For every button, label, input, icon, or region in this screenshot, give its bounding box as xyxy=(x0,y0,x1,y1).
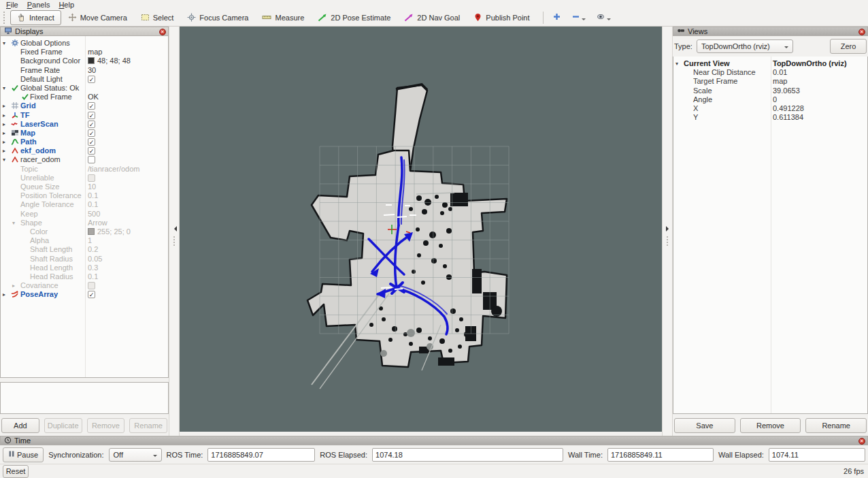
expander-closed-icon[interactable]: ▸ xyxy=(3,120,5,129)
views-close-icon[interactable]: ✕ xyxy=(858,29,865,35)
dropdown-arrow-icon[interactable] xyxy=(582,18,586,22)
tree-row[interactable]: Color255; 25; 0 xyxy=(1,227,168,236)
tree-row[interactable]: ▸LaserScan✓ xyxy=(1,120,168,129)
remove-button[interactable]: Remove xyxy=(740,418,801,433)
collapse-left-arrow-icon[interactable] xyxy=(171,226,177,232)
expander-closed-icon[interactable]: ▸ xyxy=(3,101,5,110)
tree-row[interactable]: Shaft Radius0.05 xyxy=(1,255,168,264)
3d-viewport[interactable] xyxy=(180,27,662,432)
expander-open-icon[interactable]: ▾ xyxy=(3,155,5,164)
property-checkbox[interactable]: ✓ xyxy=(88,138,95,146)
expander-closed-icon[interactable]: ▸ xyxy=(3,138,5,146)
tree-row[interactable]: ▸Covariance xyxy=(1,281,168,290)
tree-row[interactable]: ▸Path✓ xyxy=(1,138,168,146)
synchronization-select[interactable]: Off xyxy=(109,448,162,462)
property-checkbox[interactable]: ✓ xyxy=(88,147,95,155)
tool-properties-button[interactable] xyxy=(593,10,614,25)
tree-row[interactable]: Fixed Framemap xyxy=(1,48,168,57)
tool-2d-nav-goal[interactable]: 2D Nav Goal xyxy=(397,10,467,25)
displays-close-icon[interactable]: ✕ xyxy=(159,29,166,35)
ros-time-field[interactable] xyxy=(207,448,315,462)
tree-row[interactable]: Unreliable xyxy=(1,174,168,182)
toolbar-drag-handle[interactable] xyxy=(3,12,7,24)
collapse-right-arrow-icon[interactable] xyxy=(666,226,671,232)
tree-row[interactable]: Y0.611384 xyxy=(673,113,867,122)
tree-row[interactable]: X0.491228 xyxy=(673,104,867,113)
expander-open-icon[interactable]: ▾ xyxy=(12,219,15,227)
dropdown-arrow-icon[interactable] xyxy=(607,18,611,22)
expander-closed-icon[interactable]: ▸ xyxy=(3,290,5,299)
wall-elapsed-field[interactable] xyxy=(769,448,865,462)
displays-panel-header[interactable]: Displays ✕ xyxy=(0,27,169,36)
tree-row[interactable]: Angle0 xyxy=(673,95,867,104)
zero-button[interactable]: Zero xyxy=(830,39,867,54)
expander-open-icon[interactable]: ▾ xyxy=(675,59,678,68)
property-checkbox[interactable]: ✓ xyxy=(88,129,95,137)
tree-row[interactable]: Keep500 xyxy=(1,210,168,219)
tree-row[interactable]: Head Radius0.1 xyxy=(1,272,168,281)
view-type-select[interactable]: TopDownOrtho (rviz) xyxy=(697,39,793,53)
views-panel-header[interactable]: Views ✕ xyxy=(673,27,868,36)
expander-open-icon[interactable]: ▾ xyxy=(3,84,5,93)
tree-row[interactable]: Queue Size10 xyxy=(1,182,168,191)
tool-publish-point[interactable]: Publish Point xyxy=(467,10,536,25)
menu-item-panels[interactable]: Panels xyxy=(24,1,56,9)
property-checkbox[interactable] xyxy=(88,156,95,163)
menu-item-help[interactable]: Help xyxy=(56,1,80,9)
expander-closed-icon[interactable]: ▸ xyxy=(3,111,5,120)
reset-button[interactable]: Reset xyxy=(3,465,29,478)
property-checkbox[interactable] xyxy=(88,282,95,289)
tree-row[interactable]: ▸Map✓ xyxy=(1,129,168,138)
tree-row[interactable]: Fixed FrameOK xyxy=(1,93,168,101)
tree-row[interactable]: ▸Grid✓ xyxy=(1,101,168,110)
tool-measure[interactable]: Measure xyxy=(255,10,311,25)
time-close-icon[interactable]: ✕ xyxy=(858,438,865,445)
tree-row[interactable]: ▸ekf_odom✓ xyxy=(1,146,168,155)
tree-row[interactable]: Target Framemap xyxy=(673,77,867,86)
tool-2d-pose-estimate[interactable]: 2D Pose Estimate xyxy=(311,10,397,25)
expander-closed-icon[interactable]: ▸ xyxy=(12,281,15,290)
property-checkbox[interactable] xyxy=(88,174,95,182)
tool-select[interactable]: Select xyxy=(134,10,181,25)
tree-row[interactable]: Head Length0.3 xyxy=(1,264,168,272)
property-checkbox[interactable]: ✓ xyxy=(88,121,95,128)
tree-row[interactable]: Frame Rate30 xyxy=(1,66,168,75)
right-splitter[interactable] xyxy=(662,27,673,436)
left-splitter[interactable] xyxy=(169,27,180,436)
tree-row[interactable]: ▸PoseArray✓ xyxy=(1,290,168,299)
tool-interact[interactable]: Interact xyxy=(10,10,61,25)
tree-row[interactable]: Shaft Length0.2 xyxy=(1,245,168,254)
time-panel-header[interactable]: Time ✕ xyxy=(0,436,868,445)
tree-row[interactable]: Background Color48; 48; 48 xyxy=(1,57,168,65)
property-checkbox[interactable]: ✓ xyxy=(88,102,95,110)
property-checkbox[interactable]: ✓ xyxy=(88,76,95,83)
tree-row[interactable]: Topic/tianracer/odom xyxy=(1,165,168,174)
expander-open-icon[interactable]: ▾ xyxy=(3,39,5,48)
expander-closed-icon[interactable]: ▸ xyxy=(3,129,5,138)
tree-row[interactable]: Default Light✓ xyxy=(1,75,168,84)
expander-closed-icon[interactable]: ▸ xyxy=(3,146,5,155)
tree-row[interactable]: Scale39.0653 xyxy=(673,86,867,95)
tree-row[interactable]: Position Tolerance0.1 xyxy=(1,191,168,200)
tree-row[interactable]: ▾racer_odom xyxy=(1,155,168,164)
property-checkbox[interactable]: ✓ xyxy=(88,291,95,298)
tree-row[interactable]: ▾Global Status: Ok xyxy=(1,84,168,93)
wall-time-field[interactable] xyxy=(607,448,714,462)
tree-row[interactable]: ▾ShapeArrow xyxy=(1,219,168,227)
menu-item-file[interactable]: File xyxy=(3,1,24,9)
tree-row[interactable]: Angle Tolerance0.1 xyxy=(1,200,168,209)
tree-row[interactable]: Near Clip Distance0.01 xyxy=(673,68,867,77)
ros-elapsed-field[interactable] xyxy=(372,448,563,462)
save-button[interactable]: Save xyxy=(674,418,735,433)
add-tool-button[interactable] xyxy=(550,10,564,25)
tree-row[interactable]: ▾Current ViewTopDownOrtho (rviz) xyxy=(673,59,867,68)
remove-tool-button[interactable] xyxy=(569,10,588,25)
tree-row[interactable]: ▸TF✓ xyxy=(1,111,168,120)
rename-button[interactable]: Rename xyxy=(805,418,867,433)
tool-focus-camera[interactable]: Focus Camera xyxy=(180,10,255,25)
tree-row[interactable]: Alpha1 xyxy=(1,236,168,245)
pause-button[interactable]: Pause xyxy=(3,447,44,462)
tree-row[interactable]: ▾Global Options xyxy=(1,39,168,48)
property-checkbox[interactable]: ✓ xyxy=(88,112,95,119)
add-button[interactable]: Add xyxy=(1,418,39,433)
